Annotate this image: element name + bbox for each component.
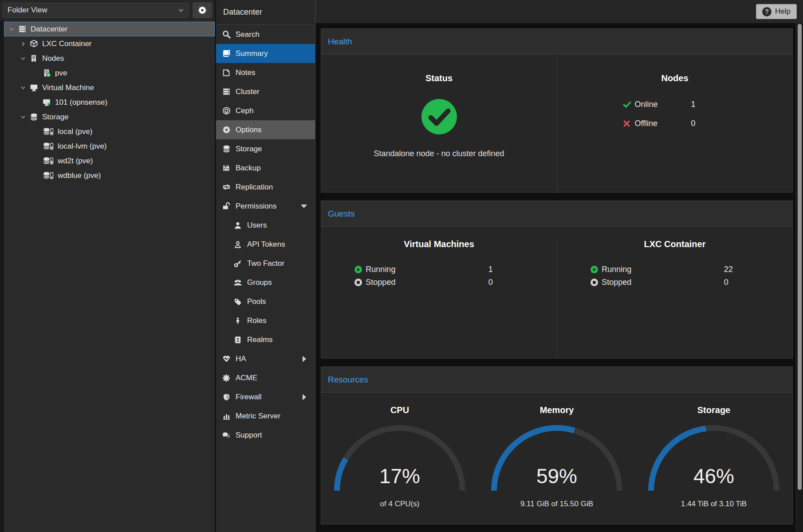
- cpu-detail: of 4 CPU(s): [380, 500, 420, 508]
- vertical-scrollbar[interactable]: [796, 23, 803, 532]
- chevron-down-icon[interactable]: [19, 85, 28, 91]
- cross-icon: [623, 120, 634, 127]
- user-outline-icon: [233, 240, 243, 249]
- tree-item-vm-101[interactable]: 101 (opnsense): [4, 95, 215, 110]
- help-button[interactable]: ? Help: [756, 4, 797, 19]
- menu-item-replication[interactable]: Replication: [216, 177, 315, 197]
- tree-item-virtual-machine[interactable]: Virtual Machine: [4, 80, 215, 95]
- row-label: Running: [602, 265, 724, 274]
- row-value: 1: [691, 100, 727, 109]
- health-panel-title: Health: [321, 29, 792, 55]
- chevron-right-icon[interactable]: [19, 41, 28, 47]
- row-value: 0: [724, 278, 760, 287]
- menu-item-permissions[interactable]: Permissions: [216, 197, 315, 216]
- view-selector-dropdown[interactable]: Folder View: [3, 3, 189, 18]
- top-bar: ? Help: [315, 0, 803, 23]
- menu-item-realms[interactable]: Realms: [216, 330, 315, 349]
- menu-item-pools[interactable]: Pools: [216, 292, 315, 311]
- menu-item-backup[interactable]: Backup: [216, 158, 315, 177]
- menu-item-search[interactable]: Search: [216, 25, 315, 44]
- menu-item-two-factor[interactable]: Two Factor: [216, 254, 315, 273]
- menu-item-summary[interactable]: Summary: [216, 44, 315, 63]
- cpu-heading: CPU: [390, 405, 409, 415]
- menu-item-label: Replication: [236, 183, 310, 192]
- building-icon: [28, 54, 39, 63]
- menu-item-metric-server[interactable]: Metric Server: [216, 406, 315, 426]
- menu-item-label: Realms: [247, 335, 310, 344]
- question-circle-icon: ?: [762, 7, 772, 16]
- menu-item-ha[interactable]: HA: [216, 349, 315, 368]
- users-icon: [233, 278, 243, 287]
- menu-item-label: Firewall: [236, 393, 303, 402]
- scrollbar-thumb[interactable]: [798, 24, 802, 490]
- nodes-table: Online 1 Offline 0: [623, 95, 726, 133]
- tree-item-storage[interactable]: Storage: [4, 110, 215, 124]
- help-button-label: Help: [775, 7, 791, 16]
- tree-item-label: Nodes: [42, 54, 64, 63]
- tree-item-datacenter[interactable]: Datacenter: [4, 22, 215, 36]
- menu-item-label: API Tokens: [247, 240, 310, 249]
- table-row: Running 22: [590, 263, 760, 276]
- menu-item-users[interactable]: Users: [216, 216, 315, 235]
- menu-item-api-tokens[interactable]: API Tokens: [216, 235, 315, 254]
- tree-item-storage-local-lvm[interactable]: local-lvm (pve): [4, 139, 215, 154]
- health-status-column: Status Standalone node - no cluster defi…: [321, 55, 557, 192]
- storage-usage-icon: [41, 142, 55, 151]
- row-label: Running: [366, 265, 488, 274]
- menu-item-groups[interactable]: Groups: [216, 273, 315, 292]
- menu-item-firewall[interactable]: Firewall: [216, 387, 315, 406]
- tree-item-storage-local[interactable]: local (pve): [4, 124, 215, 139]
- storage-usage-icon: [41, 127, 55, 136]
- menu-item-acme[interactable]: ACME: [216, 368, 315, 387]
- menu-item-roles[interactable]: Roles: [216, 311, 315, 330]
- tree-item-label: Datacenter: [31, 25, 67, 34]
- storage-usage-icon: [41, 157, 55, 166]
- key-icon: [233, 259, 243, 268]
- database-icon: [221, 145, 231, 154]
- chart-bar-icon: [221, 412, 231, 421]
- menu-item-support[interactable]: Support: [216, 426, 315, 445]
- tree-item-nodes[interactable]: Nodes: [4, 51, 215, 66]
- menu-panel-title: Datacenter: [216, 0, 315, 25]
- check-icon: [623, 100, 634, 109]
- monitor-icon: [28, 83, 39, 92]
- resource-tree-panel: Folder View Datacenter LXC Container: [0, 0, 216, 532]
- person-icon: [233, 316, 243, 325]
- table-row: Stopped 0: [354, 276, 524, 289]
- table-row: Online 1: [623, 95, 726, 114]
- tree-item-label: 101 (opnsense): [55, 98, 107, 107]
- chevron-down-icon[interactable]: [19, 114, 28, 120]
- tree-item-label: wdblue (pve): [58, 171, 101, 180]
- menu-item-notes[interactable]: Notes: [216, 63, 315, 82]
- chevron-down-icon[interactable]: [7, 27, 16, 32]
- stop-circle-icon: [590, 278, 602, 287]
- main-content: ? Help Health Status Standalone node - n…: [315, 0, 803, 532]
- app-window: Folder View Datacenter LXC Container: [0, 0, 803, 532]
- tree-item-pve[interactable]: pve: [4, 66, 215, 80]
- chevron-right-icon: [303, 394, 306, 400]
- storage-heading: Storage: [697, 405, 730, 415]
- menu-item-label: Storage: [236, 145, 310, 154]
- row-label: Stopped: [366, 278, 488, 287]
- tree-item-storage-wdblue[interactable]: wdblue (pve): [4, 168, 215, 183]
- row-value: 0: [488, 278, 524, 287]
- menu-item-label: Groups: [247, 278, 310, 287]
- cpu-gauge: CPU 17% of 4 CPU(s): [321, 405, 478, 524]
- menu-item-options[interactable]: Options: [216, 120, 315, 139]
- menu-item-storage[interactable]: Storage: [216, 139, 315, 158]
- tree-item-lxc-container[interactable]: LXC Container: [4, 36, 215, 51]
- user-icon: [233, 221, 243, 230]
- tree-item-storage-wd2t[interactable]: wd2t (pve): [4, 154, 215, 168]
- storage-gauge: Storage 46% 1.44 TiB of 3.10 TiB: [635, 405, 792, 524]
- row-label: Online: [634, 100, 691, 109]
- status-message: Standalone node - no cluster defined: [374, 149, 504, 158]
- comments-icon: [221, 431, 231, 440]
- menu-item-ceph[interactable]: Ceph: [216, 101, 315, 120]
- tree-settings-button[interactable]: [193, 2, 212, 18]
- menu-item-cluster[interactable]: Cluster: [216, 82, 315, 101]
- memory-percent: 59%: [490, 464, 623, 488]
- cluster-icon: [221, 87, 231, 96]
- chevron-down-icon[interactable]: [19, 56, 28, 61]
- book-icon: [221, 49, 231, 58]
- menu-item-label: Backup: [236, 164, 310, 173]
